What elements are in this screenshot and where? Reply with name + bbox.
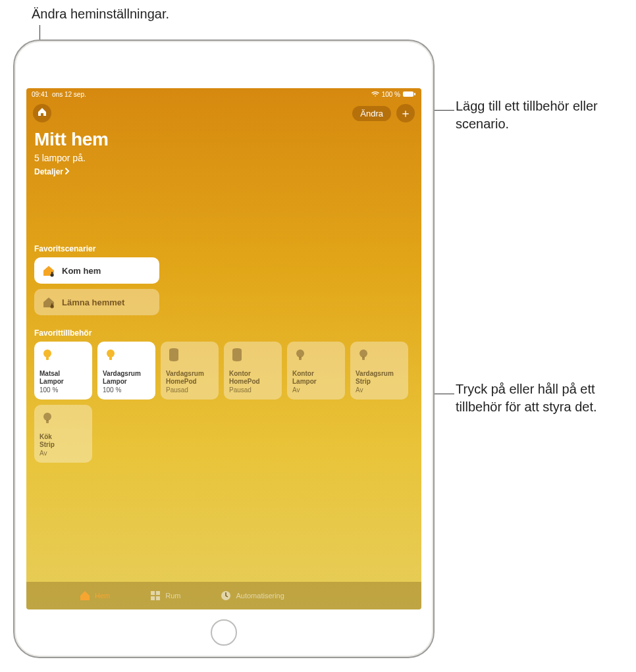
accessory-name: HomePod: [229, 378, 277, 386]
accessory-text: VardagsrumHomePodPausad: [166, 370, 213, 395]
callout-add: Lägg till ett tillbehör eller scenario.: [456, 97, 633, 133]
accessory-status: 100 %: [40, 386, 87, 395]
accessory-status: Pausad: [166, 386, 213, 395]
accessory-text: VardagsrumLampor100 %: [103, 370, 150, 395]
svg-rect-15: [46, 420, 49, 423]
details-label: Detaljer: [34, 167, 63, 176]
accessory-room: Vardagsrum: [356, 370, 403, 378]
tab-home[interactable]: Hem: [79, 590, 110, 602]
plus-icon: ＋: [400, 107, 411, 119]
accessory-tile[interactable]: VardagsrumStripAv: [350, 342, 408, 400]
arrive-home-icon: [42, 264, 55, 277]
svg-rect-17: [156, 591, 160, 595]
accessory-name: Lampor: [292, 378, 340, 386]
accessory-status: 100 %: [103, 386, 150, 395]
accessory-room: Kök: [40, 433, 87, 442]
scene-tile[interactable]: Lämna hemmet: [34, 289, 159, 315]
accessory-tile[interactable]: KökStripAv: [34, 405, 92, 463]
scene-tile[interactable]: Kom hem: [34, 257, 159, 284]
title-block: Mitt hem 5 lampor på. Detaljer: [26, 125, 421, 178]
svg-rect-1: [414, 93, 415, 95]
svg-rect-13: [362, 357, 365, 360]
tab-label: Automatisering: [236, 592, 284, 600]
status-battery-text: 100 %: [382, 91, 400, 98]
accessory-room: Vardagsrum: [103, 370, 150, 378]
homepod-icon: [166, 347, 182, 363]
svg-point-8: [107, 349, 115, 357]
accessory-status: Av: [356, 386, 403, 395]
scene-label: Lämna hemmet: [62, 297, 124, 307]
accessory-room: Matsal: [40, 370, 87, 378]
top-controls: Ändra ＋: [26, 100, 421, 125]
wifi-icon: [371, 91, 379, 97]
accessory-name: Lampor: [103, 378, 150, 386]
edit-button[interactable]: Ändra: [352, 106, 391, 121]
svg-rect-5: [51, 303, 53, 306]
accessory-tile[interactable]: KontorLamporAv: [287, 342, 345, 400]
bulb-icon: [40, 347, 55, 363]
accessory-name: Lampor: [40, 378, 87, 386]
accessories-section-label: Favorittillbehör: [34, 328, 413, 338]
accessory-name: Strip: [40, 441, 87, 450]
svg-rect-11: [299, 357, 302, 360]
accessory-text: KökStripAv: [40, 433, 87, 458]
accessory-tile[interactable]: VardagsrumLampor100 %: [97, 342, 155, 400]
screen: 09:41 ons 12 sep. 100 % Ändra: [26, 88, 421, 609]
accessory-name: HomePod: [166, 378, 213, 386]
bulb-icon: [40, 410, 55, 426]
rooms-icon: [149, 590, 161, 602]
content: Favoritscenarier Kom hemLämna hemmet Fav…: [26, 178, 421, 582]
svg-point-14: [43, 413, 51, 421]
scenes-list: Kom hemLämna hemmet: [34, 257, 159, 315]
ipad-device-frame: 09:41 ons 12 sep. 100 % Ändra: [13, 39, 435, 658]
accessory-room: Kontor: [229, 370, 277, 378]
home-title: Mitt hem: [34, 129, 413, 150]
accessory-tile[interactable]: VardagsrumHomePodPausad: [161, 342, 219, 400]
tab-automation[interactable]: Automatisering: [220, 590, 284, 602]
callout-accessory: Tryck på eller håll på ett tillbehör för…: [456, 380, 627, 416]
svg-point-6: [43, 349, 51, 357]
svg-point-10: [296, 349, 304, 357]
scenes-section-label: Favoritscenarier: [34, 244, 413, 253]
tab-rooms[interactable]: Rum: [149, 590, 180, 602]
accessory-tile[interactable]: MatsalLampor100 %: [34, 342, 92, 400]
accessory-status: Av: [40, 450, 87, 458]
accessory-text: VardagsrumStripAv: [356, 370, 403, 395]
tab-bar: HemRumAutomatisering: [26, 582, 421, 609]
svg-point-12: [359, 349, 367, 357]
status-right: 100 %: [371, 91, 416, 98]
ipad-home-button[interactable]: [211, 619, 237, 646]
svg-rect-19: [156, 596, 160, 600]
accessory-status: Av: [292, 386, 340, 395]
svg-rect-9: [109, 357, 112, 360]
tab-label: Hem: [95, 592, 110, 600]
svg-rect-0: [403, 91, 413, 97]
automation-icon: [220, 590, 232, 602]
details-link[interactable]: Detaljer: [34, 167, 70, 176]
status-left: 09:41 ons 12 sep.: [32, 91, 86, 98]
bulb-icon: [292, 347, 308, 363]
status-bar: 09:41 ons 12 sep. 100 %: [26, 88, 421, 100]
accessory-text: KontorHomePodPausad: [229, 370, 277, 395]
status-date: ons 12 sep.: [52, 91, 86, 98]
svg-rect-18: [151, 596, 155, 600]
accessory-room: Kontor: [292, 370, 340, 378]
accessory-status: Pausad: [229, 386, 277, 395]
add-button[interactable]: ＋: [396, 104, 415, 122]
accessory-tile[interactable]: KontorHomePodPausad: [224, 342, 282, 400]
top-right-controls: Ändra ＋: [352, 104, 415, 122]
accessory-name: Strip: [356, 378, 403, 386]
bulb-icon: [103, 347, 119, 363]
home-settings-button[interactable]: [33, 104, 51, 122]
bulb-icon: [356, 347, 371, 363]
home-icon: [79, 590, 91, 602]
homepod-icon: [229, 347, 245, 363]
svg-rect-16: [151, 591, 155, 595]
tab-label: Rum: [165, 592, 180, 600]
svg-rect-7: [46, 357, 49, 360]
chevron-right-icon: [65, 167, 70, 176]
callout-settings: Ändra heminställningar.: [32, 5, 169, 23]
leave-home-icon: [42, 296, 55, 309]
home-icon: [37, 107, 47, 120]
status-time: 09:41: [32, 91, 48, 98]
